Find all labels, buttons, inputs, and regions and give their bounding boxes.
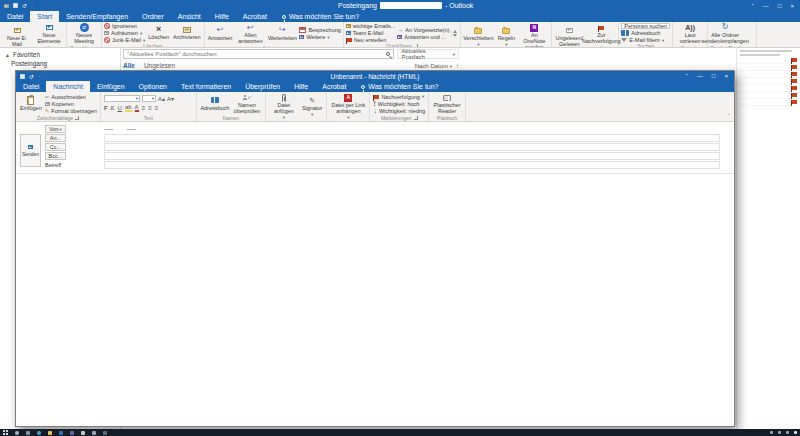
to-button[interactable]: An... xyxy=(45,134,66,142)
to-input[interactable] xyxy=(104,134,720,142)
maximize-icon[interactable]: □ xyxy=(778,3,782,9)
undo-icon[interactable]: ↺ xyxy=(29,73,34,80)
search-scope-dropdown[interactable]: Aktuelles Postfach ▾ xyxy=(397,49,459,59)
tray-icon[interactable] xyxy=(770,431,773,434)
font-family-combo[interactable]: ▾ xyxy=(104,95,140,102)
tab-ueberpruefen[interactable]: Überprüfen xyxy=(238,81,287,92)
delete-button[interactable]: × Löschen xyxy=(147,25,170,41)
undo-icon[interactable]: ↺ xyxy=(22,2,27,9)
dialog-launcher-icon[interactable] xyxy=(75,116,79,120)
task-view-icon[interactable] xyxy=(26,431,30,435)
save-icon[interactable] xyxy=(13,3,18,8)
minimize-icon[interactable]: — xyxy=(697,73,703,79)
tab-hilfe[interactable]: Hilfe xyxy=(287,81,315,92)
save-icon[interactable] xyxy=(20,74,25,79)
grow-font-icon[interactable]: A▴ xyxy=(158,96,165,102)
task-row[interactable] xyxy=(737,64,800,71)
minimize-icon[interactable]: — xyxy=(763,3,769,9)
quicksteps-gallery-scroll[interactable] xyxy=(451,30,458,37)
italic-icon[interactable]: K xyxy=(111,105,115,111)
tab-nachricht[interactable]: Nachricht xyxy=(46,81,90,92)
task-row[interactable] xyxy=(737,99,800,106)
bcc-input[interactable] xyxy=(104,152,720,160)
followup-flag-icon[interactable] xyxy=(792,86,797,90)
followup-flag-icon[interactable] xyxy=(792,65,797,69)
send-receive-all-button[interactable]: ↻ Alle Ordner senden/empfangen xyxy=(710,23,740,45)
close-icon[interactable]: × xyxy=(724,73,728,79)
addressbook-button[interactable]: Adressbuch xyxy=(621,30,670,36)
task-row[interactable] xyxy=(737,57,800,64)
followup-button[interactable]: Nachverfolgung ▾ xyxy=(373,94,425,100)
bcc-button[interactable]: Bcc... xyxy=(45,152,66,160)
quickstep-to-manager[interactable]: → An Vorgesetzte(n) xyxy=(397,27,449,33)
sidebar-item-posteingang[interactable]: Posteingang xyxy=(0,59,120,67)
edge-icon[interactable] xyxy=(37,431,41,435)
tab-text-formatieren[interactable]: Text formatieren xyxy=(174,81,238,92)
tray-icon[interactable] xyxy=(778,431,781,434)
high-importance-button[interactable]: ! Wichtigkeit: hoch xyxy=(373,101,425,107)
task-row[interactable] xyxy=(737,78,800,85)
align-icon[interactable]: ≡ xyxy=(155,105,159,111)
maximize-icon[interactable]: □ xyxy=(712,73,716,79)
format-painter-button[interactable]: ✎ Format übertragen xyxy=(45,108,97,114)
low-importance-button[interactable]: ↓ Wichtigkeit: niedrig xyxy=(373,108,425,114)
teamviewer-meeting-button[interactable]: ⇄ Neues Meeting xyxy=(69,23,99,45)
subject-input[interactable] xyxy=(104,161,720,169)
more-respond-button[interactable]: Weitere ▾ xyxy=(299,34,340,40)
sort-by-dropdown[interactable]: Nach Datum ▾ xyxy=(415,63,452,69)
cut-button[interactable]: ✂ Ausschneiden xyxy=(45,94,97,100)
tab-hilfe[interactable]: Hilfe xyxy=(208,11,236,22)
quickstep-team-email[interactable]: Team E-Mail xyxy=(346,30,396,36)
unread-read-button[interactable]: Ungelesen/ Gelesen xyxy=(554,26,584,48)
tab-senden-empfangen[interactable]: Senden/Empfangen xyxy=(59,11,135,22)
bold-icon[interactable]: F xyxy=(104,105,108,111)
reply-button[interactable]: ↩ Antworten xyxy=(207,26,234,42)
onenote-button[interactable]: N An OneNote senden xyxy=(519,23,549,48)
tab-ansicht[interactable]: Ansicht xyxy=(171,11,208,22)
qat-caret-icon[interactable]: ▾ xyxy=(38,74,40,79)
filter-alle[interactable]: Alle xyxy=(123,62,135,69)
app-icon[interactable] xyxy=(103,431,107,435)
archive-button[interactable]: Archivieren xyxy=(172,25,202,41)
cleanup-button[interactable]: Aufräumen ▾ xyxy=(104,30,145,36)
underline-icon[interactable]: U xyxy=(118,105,122,111)
teams-icon[interactable] xyxy=(70,431,74,435)
mailbox-search-box[interactable] xyxy=(123,49,394,59)
dialog-launcher-icon[interactable] xyxy=(414,116,418,120)
send-button[interactable]: Senden xyxy=(20,134,41,167)
ignore-button[interactable]: Ignorieren xyxy=(104,23,145,29)
reply-all-button[interactable]: ↩ Allen antworten xyxy=(235,23,265,45)
ribbon-display-options-icon[interactable]: ˆ xyxy=(752,3,754,9)
app-icon[interactable] xyxy=(81,431,85,435)
tray-icon[interactable] xyxy=(786,431,789,434)
tab-acrobat[interactable]: Acrobat xyxy=(315,81,353,92)
mailbox-search-input[interactable] xyxy=(127,51,386,57)
rules-button[interactable]: Regeln ▾ xyxy=(495,26,517,48)
quickstep-reply-delete[interactable]: Antworten und ... xyxy=(397,34,449,40)
tellme-box[interactable]: Was möchten Sie tun? xyxy=(353,81,446,92)
signature-button[interactable]: ✎ Signatur ▾ xyxy=(301,96,324,118)
cc-button[interactable]: Cc... xyxy=(45,143,66,151)
followup-flag-icon[interactable] xyxy=(792,100,797,104)
followup-flag-icon[interactable] xyxy=(792,79,797,83)
start-button[interactable] xyxy=(3,430,8,435)
followup-flag-icon[interactable] xyxy=(792,93,797,97)
shrink-font-icon[interactable]: A▾ xyxy=(167,96,174,102)
task-row[interactable] xyxy=(737,85,800,92)
addressbook-button[interactable]: Adressbuch xyxy=(200,96,230,112)
followup-flag-icon[interactable] xyxy=(792,72,797,76)
task-row[interactable] xyxy=(737,92,800,99)
filter-ungelesen[interactable]: Ungelesen xyxy=(144,62,175,69)
message-body[interactable] xyxy=(16,174,734,426)
search-people-box[interactable]: Personen suchen xyxy=(621,23,670,29)
ribbon-display-options-icon[interactable]: ˆ xyxy=(686,73,688,79)
followup-button[interactable]: Zur Nachverfolgung ▾ xyxy=(586,23,616,48)
task-row[interactable] xyxy=(737,71,800,78)
quickstep-important[interactable]: wichtige Emails... xyxy=(346,23,396,29)
new-items-button[interactable]: Neue Elemente ▾ xyxy=(34,23,64,48)
forward-button[interactable]: ↪ Weiterleiten xyxy=(267,26,297,42)
favorites-header[interactable]: ▲ Favoriten xyxy=(0,48,120,59)
close-icon[interactable]: × xyxy=(790,3,794,9)
check-names-button[interactable]: ✓ Namen überprüfen xyxy=(232,93,262,115)
font-color-icon[interactable]: A xyxy=(135,104,139,112)
